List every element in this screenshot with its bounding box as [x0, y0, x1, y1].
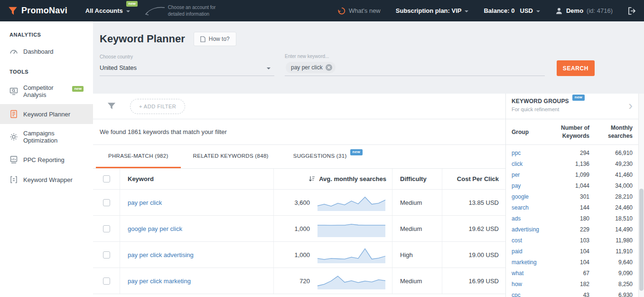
accounts-dropdown[interactable]: All Accounts new	[85, 7, 130, 14]
row-checkbox[interactable]	[103, 199, 110, 206]
tab-suggestions[interactable]: SUGGESTIONS (31) new	[281, 145, 375, 168]
difficulty-value: High	[392, 242, 442, 268]
search-button[interactable]: SEARCH	[557, 60, 595, 76]
group-row: ppc 294 66,910	[506, 147, 638, 158]
group-link[interactable]: search	[512, 204, 548, 211]
campaigns-optimization-icon	[9, 133, 18, 141]
sidebar-item-ppc-reporting[interactable]: PPC Reporting	[0, 150, 93, 170]
table-row: google pay per click 1,000 Medium 19.62 …	[93, 216, 505, 242]
keyword-link[interactable]: pay per click	[128, 199, 162, 206]
group-link[interactable]: click	[512, 161, 548, 167]
new-badge: new	[350, 149, 363, 155]
tab-phrase-match[interactable]: PHRASE-MATCH (982)	[96, 145, 181, 168]
topbar-right: What's new Subscription plan: VIP Balanc…	[338, 7, 636, 15]
row-checkbox[interactable]	[103, 278, 110, 285]
sidebar-item-label: Dashboard	[23, 48, 54, 55]
group-row: advertising 229 14,490	[506, 224, 638, 235]
sidebar-item-campaigns-optimization[interactable]: Campaigns Optimization	[0, 124, 93, 150]
add-filter-button[interactable]: + ADD FILTER	[130, 99, 185, 114]
sidebar-item-dashboard[interactable]: Dashboard	[0, 41, 93, 61]
sidebar-item-label: Campaigns Optimization	[23, 130, 84, 144]
group-monthly-searches: 41,460	[589, 172, 633, 178]
group-monthly-searches: 11,910	[589, 248, 633, 255]
trend-sparkline-chart	[317, 271, 386, 290]
subscription-label: Subscription plan: VIP	[396, 7, 462, 14]
group-link[interactable]: per	[512, 172, 548, 178]
group-row: per 1,099 41,460	[506, 169, 638, 180]
column-header-searches[interactable]: Avg. monthly searches	[274, 169, 392, 189]
difficulty-value: Medium	[392, 190, 442, 215]
groups-column-group: Group	[512, 129, 548, 135]
group-row: click 1,136 49,230	[506, 158, 638, 169]
keyword-link[interactable]: pay per click marketing	[128, 278, 191, 285]
group-keywords-count: 229	[548, 226, 589, 233]
table-row: pay per click marketing 720 Medium 16.99…	[93, 268, 505, 294]
trend-sparkline-chart	[317, 193, 386, 212]
sidebar-item-competitor-analysis[interactable]: Competitor Analysis new	[0, 78, 93, 104]
group-row: cpc 43 6,930	[506, 289, 638, 297]
group-link[interactable]: ads	[512, 215, 548, 222]
group-monthly-searches: 28,210	[589, 193, 633, 200]
logo[interactable]: PromoNavi	[8, 6, 67, 16]
sidebar-item-keyword-wrapper[interactable]: Keyword Wrapper	[0, 170, 93, 190]
subscription-dropdown[interactable]: Subscription plan: VIP	[396, 7, 469, 14]
group-link[interactable]: marketing	[512, 259, 548, 266]
scrollbar[interactable]	[638, 94, 644, 297]
how-to-button[interactable]: How to?	[194, 32, 236, 46]
select-all-checkbox[interactable]	[103, 175, 110, 182]
sidebar-section-analytics: ANALYTICS	[0, 24, 93, 41]
country-select[interactable]: Choose country United States	[100, 54, 274, 76]
whats-new-link[interactable]: What's new	[338, 7, 381, 15]
searches-value: 1,000	[282, 225, 310, 232]
country-selected-value: United States	[100, 64, 137, 71]
sort-icon[interactable]	[308, 176, 315, 182]
scrollbar-thumb[interactable]	[639, 189, 644, 291]
filter-bar: + ADD FILTER	[93, 94, 505, 119]
row-checkbox[interactable]	[103, 225, 110, 232]
group-monthly-searches: 34,000	[589, 182, 633, 189]
sidebar-item-label: Competitor Analysis	[23, 84, 66, 98]
column-header-keyword[interactable]: Keyword	[120, 169, 274, 189]
chip-remove-icon[interactable]	[326, 64, 332, 71]
groups-column-keywords: Number of Keywords	[548, 124, 589, 139]
group-link[interactable]: ppc	[512, 150, 548, 156]
sidebar-item-label: Keyword Planner	[23, 111, 70, 118]
table-header-row: Keyword Avg. monthly searches Difficulty…	[93, 169, 505, 190]
group-link[interactable]: paid	[512, 248, 548, 255]
results-count-bar: We found 1861 keywords that match your f…	[93, 119, 505, 145]
group-link[interactable]: cost	[512, 237, 548, 244]
group-keywords-count: 294	[548, 150, 589, 156]
group-link[interactable]: how	[512, 281, 548, 287]
logout-button[interactable]	[628, 7, 636, 15]
keyword-input[interactable]: Enter new keyword... pay per click	[285, 54, 545, 76]
account-hint-text-2: detailed information	[168, 11, 216, 18]
keyword-groups-header[interactable]: KEYWORD GROUPS new For quick refinement …	[506, 94, 638, 119]
cpc-value: 13.85 USD	[442, 190, 505, 215]
keyword-link[interactable]: pay per click advertising	[128, 251, 194, 259]
group-link[interactable]: cpc	[512, 292, 548, 297]
curved-arrow-icon	[144, 6, 165, 16]
group-link[interactable]: what	[512, 270, 548, 277]
user-icon	[555, 7, 563, 15]
tab-label: SUGGESTIONS (31)	[293, 153, 347, 159]
topbar: PromoNavi All Accounts new Choose an acc…	[0, 0, 644, 21]
group-link[interactable]: advertising	[512, 226, 548, 233]
keyword-link[interactable]: google pay per click	[128, 225, 182, 232]
group-monthly-searches: 18,510	[589, 215, 633, 222]
group-link[interactable]: pay	[512, 182, 548, 189]
row-checkbox[interactable]	[103, 251, 110, 259]
column-header-difficulty[interactable]: Difficulty	[392, 169, 442, 189]
group-monthly-searches: 9,640	[589, 259, 633, 266]
main-content: Keyword Planner How to? Choose country U…	[93, 21, 644, 297]
sidebar-item-keyword-planner[interactable]: Keyword Planner	[0, 104, 93, 124]
tab-related-keywords[interactable]: RELATED KEYWORDS (848)	[181, 145, 281, 168]
group-keywords-count: 104	[548, 259, 589, 266]
trend-sparkline-chart	[317, 219, 386, 238]
group-link[interactable]: google	[512, 193, 548, 200]
chevron-right-icon[interactable]: ›	[628, 99, 633, 111]
balance-dropdown[interactable]: Balance: 0 USD	[484, 7, 540, 14]
column-header-cpc[interactable]: Cost Per Click	[442, 169, 505, 189]
user-name: Demo	[566, 7, 583, 14]
user-menu[interactable]: Demo (id: 4716)	[555, 7, 613, 15]
user-id: (id: 4716)	[587, 7, 613, 14]
